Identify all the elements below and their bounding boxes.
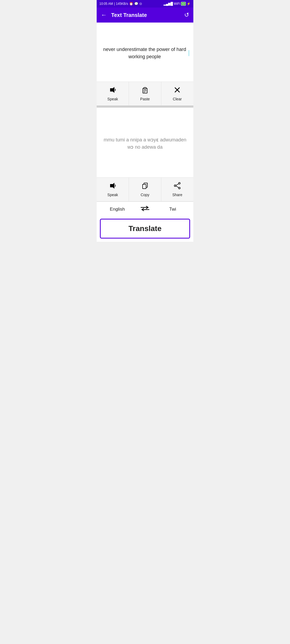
share-output-button[interactable]: Share bbox=[161, 178, 193, 201]
svg-marker-8 bbox=[110, 183, 114, 189]
vpn-icon: ⊙ bbox=[139, 2, 142, 6]
copy-output-icon bbox=[141, 182, 149, 191]
swap-languages-button[interactable] bbox=[138, 205, 152, 213]
separator: | bbox=[114, 2, 115, 6]
charging-icon: ⚡ bbox=[187, 2, 191, 6]
status-bar: 10:05 AM | 145KB/s ⏰ 💬 ⊙ ▂▄▆█ WiFi 63 ⚡ bbox=[97, 0, 193, 8]
svg-line-15 bbox=[176, 186, 179, 188]
status-right: ▂▄▆█ WiFi 63 ⚡ bbox=[164, 2, 191, 6]
input-text-area[interactable]: never underestimate the power of hard wo… bbox=[97, 23, 193, 82]
text-cursor bbox=[189, 50, 189, 56]
output-text: mmu tumi a nnipa a wɔyɛ adwumaden wɔ no … bbox=[101, 136, 189, 151]
signal-icon: ▂▄▆█ bbox=[164, 2, 173, 6]
translate-button[interactable]: Translate bbox=[100, 219, 190, 239]
input-section: never underestimate the power of hard wo… bbox=[97, 23, 193, 105]
bottom-bar: English Twi Translate bbox=[97, 201, 193, 242]
speak-output-label: Speak bbox=[107, 193, 118, 197]
clear-input-icon bbox=[173, 86, 181, 95]
svg-point-12 bbox=[179, 187, 180, 189]
clear-input-label: Clear bbox=[173, 97, 182, 101]
share-output-icon bbox=[173, 182, 181, 191]
svg-marker-0 bbox=[110, 87, 114, 93]
copy-output-button[interactable]: Copy bbox=[129, 178, 161, 201]
language-bar: English Twi bbox=[97, 202, 193, 217]
svg-rect-2 bbox=[144, 87, 146, 89]
share-output-label: Share bbox=[172, 193, 182, 197]
battery-label: 63 bbox=[181, 2, 186, 6]
whatsapp-icon: 💬 bbox=[134, 2, 138, 6]
svg-line-14 bbox=[176, 184, 179, 185]
speak-input-label: Speak bbox=[107, 97, 118, 101]
output-text-area: mmu tumi a nnipa a wɔyɛ adwumaden wɔ no … bbox=[97, 108, 193, 177]
app-bar: ← Text Translate ↺ bbox=[97, 8, 193, 23]
speak-input-button[interactable]: Speak bbox=[97, 82, 129, 105]
time-label: 10:05 AM bbox=[99, 2, 113, 6]
output-section: mmu tumi a nnipa a wɔyɛ adwumaden wɔ no … bbox=[97, 108, 193, 201]
section-divider bbox=[97, 105, 193, 108]
input-text: never underestimate the power of hard wo… bbox=[101, 46, 189, 60]
paste-input-label: Paste bbox=[140, 97, 150, 101]
app-title: Text Translate bbox=[111, 12, 180, 18]
target-language-button[interactable]: Twi bbox=[152, 202, 193, 216]
speak-output-button[interactable]: Speak bbox=[97, 178, 129, 201]
clock-icon: ⏰ bbox=[129, 2, 133, 6]
input-action-buttons: Speak Paste Clear bbox=[97, 82, 193, 105]
speak-output-icon bbox=[109, 182, 117, 191]
svg-point-13 bbox=[174, 185, 176, 186]
history-button[interactable]: ↺ bbox=[184, 12, 189, 19]
output-action-buttons: Speak Copy Share bbox=[97, 177, 193, 201]
svg-rect-10 bbox=[143, 184, 146, 189]
source-language-button[interactable]: English bbox=[97, 202, 138, 216]
paste-input-button[interactable]: Paste bbox=[129, 82, 161, 105]
status-left: 10:05 AM | 145KB/s ⏰ 💬 ⊙ bbox=[99, 2, 142, 6]
wifi-icon: WiFi bbox=[174, 2, 180, 6]
paste-input-icon bbox=[141, 86, 149, 95]
back-button[interactable]: ← bbox=[101, 12, 107, 19]
network-label: 145KB/s bbox=[116, 2, 128, 6]
svg-point-11 bbox=[179, 182, 180, 184]
clear-input-button[interactable]: Clear bbox=[161, 82, 193, 105]
copy-output-label: Copy bbox=[141, 193, 150, 197]
speak-input-icon bbox=[109, 86, 117, 95]
